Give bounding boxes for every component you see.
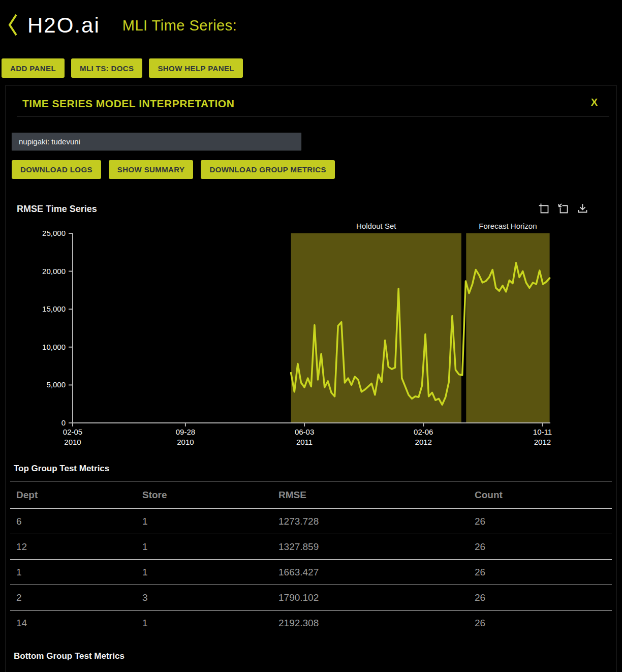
zoom-box-icon [538, 208, 550, 216]
chart-title: RMSE Time Series [17, 204, 97, 214]
show-help-panel-button[interactable]: SHOW HELP PANEL [149, 58, 242, 78]
reset-axes-icon [557, 208, 569, 216]
x-tick-label: 06-03 [295, 427, 314, 436]
region-label: Holdout Set [356, 222, 396, 230]
y-tick-label: 25,000 [42, 229, 66, 237]
x-tick-label-year: 2012 [415, 438, 432, 446]
table-row[interactable]: 231790.10226 [10, 585, 612, 610]
x-tick-label: 02-06 [414, 427, 433, 436]
x-tick-label-year: 2012 [534, 438, 551, 446]
table-cell: 14 [10, 610, 136, 636]
table-cell: 1327.859 [272, 534, 469, 560]
download-logs-button[interactable]: DOWNLOAD LOGS [12, 160, 101, 179]
panel-title-divider [17, 116, 609, 116]
table-cell: 26 [469, 534, 612, 560]
table-cell: 1 [136, 509, 272, 534]
table-cell: 1663.427 [272, 560, 469, 585]
table-row[interactable]: 611273.72826 [10, 509, 612, 534]
mli-ts-docs-button[interactable]: MLI TS: DOCS [71, 58, 142, 78]
download-group-metrics-button[interactable]: DOWNLOAD GROUP METRICS [201, 160, 334, 179]
table-cell: 1 [136, 560, 272, 585]
rmse-chart-svg[interactable]: Holdout SetForecast Horizon05,00010,0001… [6, 221, 616, 449]
chart-modebar [537, 202, 589, 217]
zoom-box-button[interactable] [537, 202, 551, 217]
y-tick-label: 5,000 [46, 380, 66, 389]
app-header: H2O.ai MLI Time Series: [0, 0, 622, 51]
table-cell: 1273.728 [272, 509, 469, 534]
chevron-left-icon [7, 13, 19, 39]
chart-header: RMSE Time Series [6, 204, 616, 215]
bottom-group-title: Bottom Group Test Metrics [14, 651, 616, 661]
table-row[interactable]: 1211327.85926 [10, 534, 612, 560]
table-header-row: DeptStoreRMSECount [10, 481, 612, 509]
table-cell: 26 [469, 560, 612, 585]
y-tick-label: 15,000 [42, 304, 66, 313]
column-header: Count [469, 481, 612, 509]
x-tick-label-year: 2010 [64, 438, 81, 446]
region-label: Forecast Horizon [479, 222, 537, 230]
column-header: Store [136, 481, 272, 509]
column-header: RMSE [272, 481, 469, 509]
top-toolbar: ADD PANEL MLI TS: DOCS SHOW HELP PANEL [0, 58, 622, 78]
download-chart-button[interactable] [576, 202, 589, 217]
x-tick-label: 10-11 [533, 427, 552, 436]
page-title: MLI Time Series: [122, 17, 237, 34]
time-series-panel: TIME SERIES MODEL INTERPRETATION X DOWNL… [6, 85, 616, 672]
show-summary-button[interactable]: SHOW SUMMARY [109, 160, 194, 179]
top-group-table: DeptStoreRMSECount 611273.728261211327.8… [10, 481, 612, 636]
x-tick-label-year: 2010 [177, 438, 194, 446]
panel-actions: DOWNLOAD LOGS SHOW SUMMARY DOWNLOAD GROU… [12, 160, 616, 179]
table-cell: 6 [10, 509, 136, 534]
table-cell: 1 [10, 560, 136, 585]
x-tick-label: 09-28 [176, 427, 195, 436]
table-cell: 26 [469, 509, 612, 534]
y-tick-label: 20,000 [42, 267, 66, 276]
back-button[interactable] [5, 13, 21, 39]
x-tick-label-year: 2011 [296, 438, 313, 446]
panel-title: TIME SERIES MODEL INTERPRETATION [22, 98, 234, 109]
x-tick-label: 02-05 [63, 427, 82, 436]
group-search-input[interactable] [12, 133, 301, 150]
table-cell: 26 [469, 585, 612, 610]
table-cell: 26 [469, 610, 612, 636]
top-group-title: Top Group Test Metrics [14, 464, 616, 474]
table-cell: 1790.102 [272, 585, 469, 610]
table-cell: 2192.308 [272, 610, 469, 636]
table-cell: 1 [136, 534, 272, 560]
y-tick-label: 0 [61, 418, 66, 427]
table-row[interactable]: 1412192.30826 [10, 610, 612, 636]
panel-header: TIME SERIES MODEL INTERPRETATION X [6, 85, 616, 110]
reset-axes-button[interactable] [556, 202, 570, 217]
table-cell: 3 [136, 585, 272, 610]
add-panel-button[interactable]: ADD PANEL [2, 58, 65, 78]
chart-region [466, 233, 549, 423]
table-cell: 2 [10, 585, 136, 610]
table-cell: 1 [136, 610, 272, 636]
download-icon [577, 208, 588, 216]
close-panel-button[interactable]: X [591, 97, 598, 108]
h2o-logo: H2O.ai [27, 13, 100, 38]
table-row[interactable]: 111663.42726 [10, 560, 612, 585]
y-tick-label: 10,000 [42, 343, 66, 351]
chart-region [291, 233, 461, 423]
column-header: Dept [10, 481, 136, 509]
table-cell: 12 [10, 534, 136, 560]
table-body: 611273.728261211327.85926111663.42726231… [10, 509, 612, 636]
